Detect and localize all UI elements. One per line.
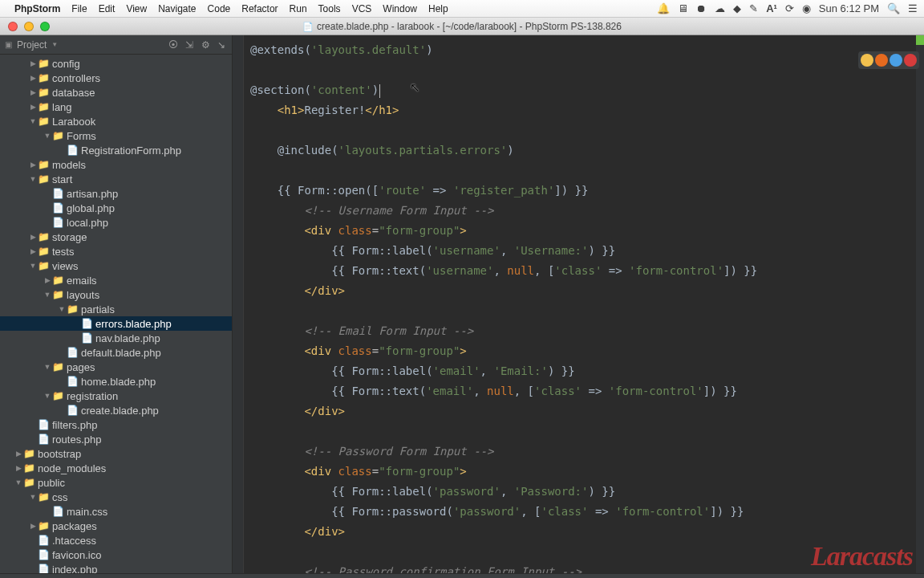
adobe-icon[interactable]: A¹ (766, 2, 777, 14)
tree-node[interactable]: 📄main.css (0, 504, 232, 519)
collapse-icon[interactable]: ⇲ (184, 39, 195, 51)
menu-edit[interactable]: Edit (99, 3, 116, 14)
disclosure-arrow-icon[interactable] (29, 175, 37, 183)
firefox-icon[interactable] (875, 54, 888, 67)
menu-refactor[interactable]: Refactor (241, 3, 278, 14)
tree-node[interactable]: 📄RegistrationForm.php (0, 143, 232, 157)
tree-node[interactable]: 📁controllers (0, 71, 232, 85)
display-icon[interactable]: 🖥 (678, 2, 688, 14)
disclosure-arrow-icon[interactable] (58, 305, 66, 313)
tree-node[interactable]: 📄global.php (0, 201, 232, 215)
dropbox-icon[interactable]: ◆ (733, 2, 741, 14)
disclosure-arrow-icon[interactable] (29, 59, 37, 67)
bell-icon[interactable]: 🔔 (657, 2, 670, 14)
gear-icon[interactable]: ⚙ (200, 39, 211, 51)
tree-node[interactable]: 📄artisan.php (0, 186, 232, 201)
chevron-down-icon[interactable]: ▼ (51, 41, 58, 48)
disclosure-arrow-icon[interactable] (43, 363, 51, 371)
disclosure-arrow-icon[interactable] (29, 262, 37, 270)
tree-node[interactable]: 📁config (0, 56, 232, 71)
tree-node[interactable]: 📁public (0, 475, 232, 490)
tree-node[interactable]: 📁pages (0, 360, 232, 374)
tree-node[interactable]: 📁partials (0, 302, 232, 316)
tree-node[interactable]: 📁models (0, 157, 232, 172)
tree-node[interactable]: 📄errors.blade.php (0, 316, 232, 331)
hide-icon[interactable]: ↘ (216, 39, 227, 51)
project-dropdown-icon[interactable]: ▣ (5, 40, 12, 49)
zoom-button[interactable] (40, 22, 50, 31)
tree-node[interactable]: 📁emails (0, 273, 232, 287)
close-button[interactable] (8, 22, 18, 31)
disclosure-arrow-icon[interactable] (29, 88, 37, 96)
tree-node[interactable]: 📁storage (0, 230, 232, 244)
tree-node[interactable]: 📁layouts (0, 287, 232, 302)
menu-window[interactable]: Window (383, 3, 417, 14)
opera-icon[interactable] (904, 54, 917, 67)
tree-node[interactable]: 📁lang (0, 100, 232, 114)
tree-node[interactable]: 📁registration (0, 389, 232, 403)
tree-node[interactable]: 📁views (0, 258, 232, 273)
minimize-button[interactable] (24, 22, 34, 31)
disclosure-arrow-icon[interactable] (14, 464, 22, 472)
disclosure-arrow-icon[interactable] (43, 132, 51, 140)
tree-node[interactable]: 📁database (0, 85, 232, 100)
tree-node[interactable]: 📁bootstrap (0, 446, 232, 461)
sync-icon[interactable]: ⟳ (785, 2, 794, 14)
tree-node[interactable]: 📁css (0, 490, 232, 504)
menu-code[interactable]: Code (208, 3, 231, 14)
disclosure-arrow-icon[interactable] (29, 161, 37, 169)
tree-node[interactable]: 📁Forms (0, 128, 232, 143)
tree-node[interactable]: 📁packages (0, 519, 232, 533)
spotlight-icon[interactable]: 🔍 (887, 2, 900, 14)
disclosure-arrow-icon[interactable] (43, 291, 51, 299)
disclosure-arrow-icon[interactable] (43, 392, 51, 400)
chrome-icon[interactable] (861, 54, 873, 67)
editor-gutter[interactable] (233, 35, 244, 578)
disclosure-arrow-icon[interactable] (43, 276, 51, 284)
menubar-clock[interactable]: Sun 6:12 PM (819, 2, 879, 14)
tree-node[interactable]: 📁node_modules (0, 461, 232, 475)
menu-file[interactable]: File (71, 3, 87, 14)
notification-center-icon[interactable]: ☰ (908, 2, 918, 14)
code-area[interactable]: @extends('layouts.default') @section('co… (244, 35, 914, 578)
key-icon[interactable]: ✎ (749, 2, 758, 14)
menubar-app[interactable]: PhpStorm (14, 3, 60, 14)
menu-vcs[interactable]: VCS (352, 3, 372, 14)
tree-node[interactable]: 📄routes.php (0, 432, 232, 446)
disclosure-arrow-icon[interactable] (29, 117, 37, 125)
disclosure-arrow-icon[interactable] (29, 522, 37, 530)
menu-tools[interactable]: Tools (318, 3, 341, 14)
tree-node[interactable]: 📄default.blade.php (0, 345, 232, 360)
tree-node[interactable]: 📄filters.php (0, 417, 232, 432)
target-icon[interactable]: ⦿ (168, 39, 179, 51)
tree-node[interactable]: 📄local.php (0, 215, 232, 230)
disclosure-arrow-icon[interactable] (14, 478, 22, 486)
project-label[interactable]: Project (17, 39, 47, 51)
tree-node[interactable]: 📄.htaccess (0, 533, 232, 547)
tree-node[interactable]: 📁start (0, 172, 232, 186)
record-icon[interactable]: ⏺ (696, 2, 707, 14)
menu-help[interactable]: Help (428, 3, 448, 14)
disclosure-arrow-icon[interactable] (29, 103, 37, 111)
menu-run[interactable]: Run (290, 3, 307, 14)
tree-node[interactable]: 📁Larabook (0, 114, 232, 128)
tree-node[interactable]: 📄create.blade.php (0, 403, 232, 417)
menu-view[interactable]: View (126, 3, 147, 14)
disclosure-arrow-icon[interactable] (29, 493, 37, 501)
code-editor[interactable]: @extends('layouts.default') @section('co… (233, 35, 924, 578)
vertical-scrollbar[interactable] (916, 35, 924, 578)
cloud-icon[interactable]: ☁ (715, 2, 725, 14)
disclosure-arrow-icon[interactable] (29, 74, 37, 82)
tree-label: tests (52, 246, 74, 258)
tree-node[interactable]: 📄home.blade.php (0, 374, 232, 389)
safari-icon[interactable] (890, 54, 902, 67)
tree-node[interactable]: 📄nav.blade.php (0, 331, 232, 345)
disclosure-arrow-icon[interactable] (14, 450, 22, 458)
project-tree[interactable]: 📁config📁controllers📁database📁lang📁Larabo… (0, 55, 232, 578)
tree-node[interactable]: 📄favicon.ico (0, 547, 232, 562)
disclosure-arrow-icon[interactable] (29, 247, 37, 255)
disclosure-arrow-icon[interactable] (29, 233, 37, 241)
tree-node[interactable]: 📁tests (0, 244, 232, 258)
menu-navigate[interactable]: Navigate (158, 3, 196, 14)
wifi-icon[interactable]: ◉ (802, 2, 811, 14)
